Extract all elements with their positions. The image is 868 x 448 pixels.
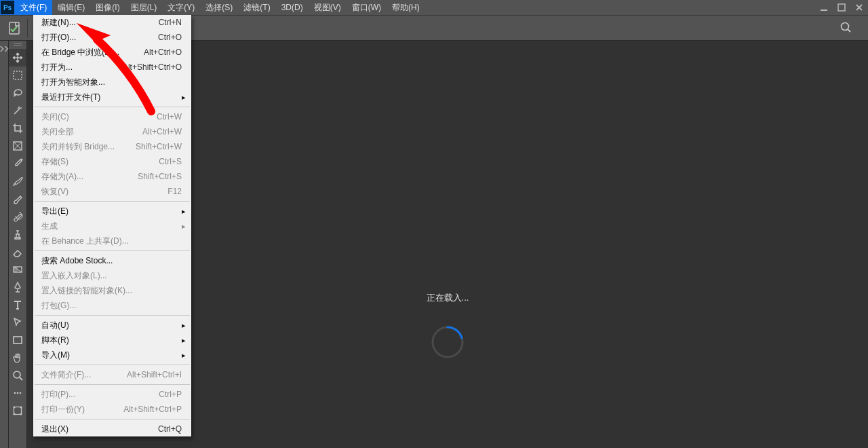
menu-item[interactable]: 打开(O)...Ctrl+O bbox=[33, 30, 191, 45]
eraser-tool[interactable] bbox=[9, 243, 26, 261]
menu-item-shortcut: Alt+Ctrl+O bbox=[144, 48, 182, 57]
menu-item[interactable]: 自动(U) bbox=[33, 318, 191, 333]
crop-tool[interactable] bbox=[9, 119, 26, 137]
menu-图像[interactable]: 图像(I) bbox=[90, 0, 125, 15]
menu-item-label: 文件简介(F)... bbox=[41, 369, 91, 381]
menu-item-label: 置入链接的智能对象(K)... bbox=[41, 285, 132, 297]
history-brush-tool[interactable] bbox=[9, 208, 26, 225]
menu-编辑[interactable]: 编辑(E) bbox=[52, 0, 90, 15]
menu-item-label: 关闭并转到 Bridge... bbox=[41, 141, 115, 153]
magic-wand-tool[interactable] bbox=[9, 102, 26, 119]
menu-item-shortcut: Ctrl+O bbox=[158, 33, 182, 42]
menu-item: 打印(P)...Ctrl+P bbox=[33, 387, 191, 402]
toolbox bbox=[9, 41, 27, 448]
menu-item-shortcut: Ctrl+S bbox=[159, 157, 182, 166]
menu-视图[interactable]: 视图(V) bbox=[309, 0, 347, 15]
menu-item-label: 打开(O)... bbox=[41, 32, 76, 43]
menu-滤镜[interactable]: 滤镜(T) bbox=[238, 0, 275, 15]
menu-item[interactable]: 新建(N)...Ctrl+N bbox=[33, 15, 191, 30]
menu-item-label: 存储为(A)... bbox=[41, 171, 83, 183]
close-button[interactable] bbox=[850, 0, 868, 15]
menu-separator bbox=[35, 201, 190, 202]
svg-rect-1 bbox=[838, 4, 845, 11]
clone-stamp-tool[interactable] bbox=[9, 225, 26, 243]
menu-separator bbox=[35, 107, 190, 107]
rectangular-marquee-tool[interactable] bbox=[9, 67, 26, 84]
brush-tool[interactable] bbox=[9, 190, 26, 208]
menu-item-label: 关闭全部 bbox=[41, 126, 74, 138]
menu-item: 文件简介(F)...Alt+Shift+Ctrl+I bbox=[33, 367, 191, 382]
rectangle-shape-tool[interactable] bbox=[9, 331, 26, 349]
path-selection-tool[interactable] bbox=[9, 314, 26, 331]
menu-item: 存储为(A)...Shift+Ctrl+S bbox=[33, 169, 191, 184]
menu-item[interactable]: 打开为...Alt+Shift+Ctrl+O bbox=[33, 60, 191, 75]
menu-item: 打印一份(Y)Alt+Shift+Ctrl+P bbox=[33, 402, 191, 417]
menu-item[interactable]: 脚本(R) bbox=[33, 333, 191, 348]
menu-文件[interactable]: 文件(F) bbox=[15, 0, 52, 15]
menu-item-shortcut: Ctrl+P bbox=[159, 390, 182, 399]
svg-rect-14 bbox=[14, 407, 22, 415]
menu-窗口[interactable]: 窗口(W) bbox=[347, 0, 387, 15]
svg-point-5 bbox=[19, 108, 20, 109]
menu-item-shortcut: Alt+Shift+Ctrl+I bbox=[127, 370, 182, 379]
menu-item-label: 自动(U) bbox=[41, 320, 69, 331]
menu-separator bbox=[35, 384, 190, 385]
menu-item-label: 脚本(R) bbox=[41, 335, 69, 346]
minimize-button[interactable] bbox=[815, 0, 833, 15]
home-icon[interactable] bbox=[4, 18, 24, 38]
menu-item: 关闭全部Alt+Ctrl+W bbox=[33, 124, 191, 139]
menu-item-label: 关闭(C) bbox=[41, 111, 69, 123]
menu-3d[interactable]: 3D(D) bbox=[276, 0, 309, 15]
file-menu-dropdown: 新建(N)...Ctrl+N打开(O)...Ctrl+O在 Bridge 中浏览… bbox=[33, 15, 191, 436]
menubar: 文件(F)编辑(E)图像(I)图层(L)文字(Y)选择(S)滤镜(T)3D(D)… bbox=[15, 0, 425, 15]
type-tool[interactable] bbox=[9, 296, 26, 314]
svg-rect-4 bbox=[14, 71, 22, 79]
toolbox-grip[interactable] bbox=[9, 41, 26, 49]
edit-toolbar[interactable] bbox=[9, 384, 26, 402]
svg-point-12 bbox=[17, 392, 19, 394]
menu-item: 恢复(V)F12 bbox=[33, 184, 191, 199]
menu-选择[interactable]: 选择(S) bbox=[200, 0, 238, 15]
menu-item[interactable]: 退出(X)Ctrl+Q bbox=[33, 422, 191, 436]
menu-item-label: 导入(M) bbox=[41, 350, 70, 361]
menu-item[interactable]: 最近打开文件(T) bbox=[33, 90, 191, 105]
zoom-tool[interactable] bbox=[9, 367, 26, 384]
menu-item-label: 搜索 Adobe Stock... bbox=[41, 255, 113, 267]
panel-gutter bbox=[0, 41, 9, 448]
pen-tool[interactable] bbox=[9, 278, 26, 296]
eyedropper-tool[interactable] bbox=[9, 155, 26, 172]
menu-item-label: 退出(X) bbox=[41, 424, 68, 435]
menu-item-shortcut: F12 bbox=[167, 187, 182, 196]
menu-item-shortcut: Alt+Shift+Ctrl+P bbox=[123, 405, 182, 414]
svg-point-3 bbox=[842, 22, 849, 30]
menu-item[interactable]: 打开为智能对象... bbox=[33, 75, 191, 90]
menu-item: 关闭(C)Ctrl+W bbox=[33, 109, 191, 124]
loading-label: 正在载入... bbox=[427, 292, 469, 304]
menu-item[interactable]: 搜索 Adobe Stock... bbox=[33, 253, 191, 268]
expand-panels-icon[interactable] bbox=[0, 43, 9, 54]
hand-tool[interactable] bbox=[9, 349, 26, 367]
spot-healing-tool[interactable] bbox=[9, 172, 26, 190]
move-tool[interactable] bbox=[9, 49, 26, 67]
menu-item-shortcut: Shift+Ctrl+S bbox=[138, 172, 182, 181]
frame-tool[interactable] bbox=[9, 137, 26, 155]
maximize-button[interactable] bbox=[833, 0, 850, 15]
menu-item[interactable]: 导入(M) bbox=[33, 348, 191, 362]
gradient-tool[interactable] bbox=[9, 261, 26, 278]
menu-帮助[interactable]: 帮助(H) bbox=[387, 0, 425, 15]
menu-item-shortcut: Shift+Ctrl+W bbox=[136, 142, 182, 151]
search-icon[interactable] bbox=[840, 21, 852, 35]
menu-item: 打包(G)... bbox=[33, 298, 191, 313]
menu-文字[interactable]: 文字(Y) bbox=[162, 0, 200, 15]
menu-item[interactable]: 导出(E) bbox=[33, 204, 191, 219]
menu-item-label: 新建(N)... bbox=[41, 17, 76, 29]
menu-item: 存储(S)Ctrl+S bbox=[33, 154, 191, 169]
lasso-tool[interactable] bbox=[9, 84, 26, 102]
svg-rect-8 bbox=[14, 267, 18, 272]
menu-item[interactable]: 在 Bridge 中浏览(B)...Alt+Ctrl+O bbox=[33, 45, 191, 60]
menu-图层[interactable]: 图层(L) bbox=[125, 0, 163, 15]
svg-point-13 bbox=[20, 392, 22, 394]
menu-item-label: 在 Behance 上共享(D)... bbox=[41, 236, 129, 247]
menu-item-shortcut: Ctrl+W bbox=[157, 112, 182, 122]
3d-tool[interactable] bbox=[9, 402, 26, 419]
